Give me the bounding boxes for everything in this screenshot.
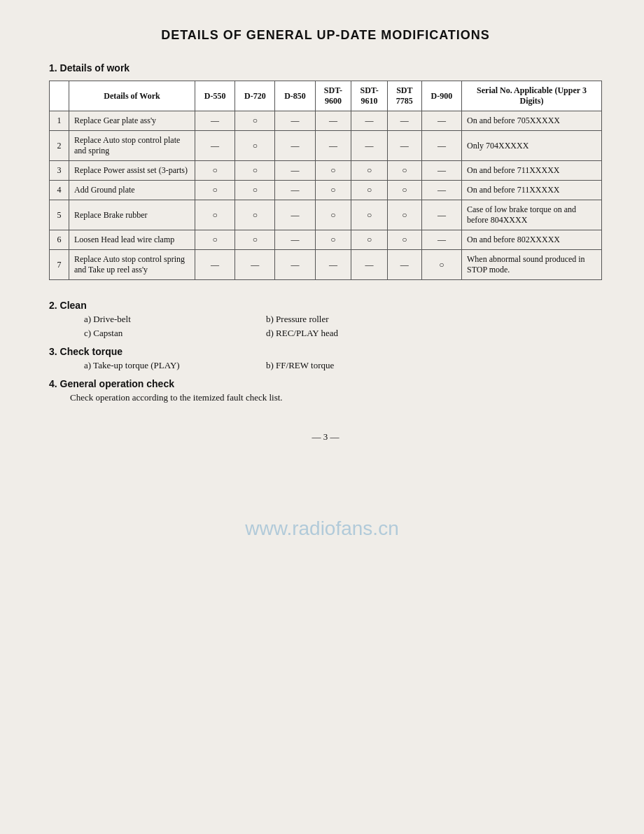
cell-d850: — (275, 250, 315, 280)
section1-heading: 1. Details of work (49, 62, 602, 74)
col-d900: D-900 (421, 81, 461, 111)
section2-item-c: c) Capstan (84, 328, 238, 339)
section3-heading: 3. Check torque (49, 346, 602, 357)
cell-num: 7 (50, 250, 69, 280)
cell-sdt7785: ○ (387, 230, 421, 250)
cell-sdt7785: ○ (387, 161, 421, 181)
section2-item-d: d) REC/PLAY head (266, 328, 420, 339)
page-number: — 3 — (49, 431, 602, 443)
cell-sdt9600: — (315, 250, 351, 280)
section3-check-torque: 3. Check torque a) Take-up torque (PLAY)… (49, 346, 602, 371)
cell-serial: When abnormal sound produced in STOP mod… (462, 250, 602, 280)
section2-item-b: b) Pressure roller (266, 314, 420, 325)
cell-sdt9600: ○ (315, 161, 351, 181)
cell-work: Replace Auto stop control plate and spri… (69, 131, 195, 161)
cell-d550: ○ (195, 181, 235, 200)
table-row: 3Replace Power assist set (3-parts)○○—○○… (50, 161, 602, 181)
cell-sdt9610: ○ (351, 230, 388, 250)
section3-item-a: a) Take-up torque (PLAY) (84, 360, 238, 371)
cell-d900: — (421, 131, 461, 161)
cell-sdt7785: ○ (387, 200, 421, 230)
cell-d850: — (275, 200, 315, 230)
cell-d720: — (235, 250, 275, 280)
table-row: 5Replace Brake rubber○○—○○○—Case of low … (50, 200, 602, 230)
cell-d720: ○ (235, 200, 275, 230)
cell-d850: — (275, 161, 315, 181)
table-row: 1Replace Gear plate ass'y—○—————On and b… (50, 111, 602, 131)
cell-sdt7785: — (387, 111, 421, 131)
cell-serial: On and before 711XXXXX (462, 161, 602, 181)
cell-work: Replace Brake rubber (69, 200, 195, 230)
cell-d900: — (421, 111, 461, 131)
cell-num: 5 (50, 200, 69, 230)
section4-heading: 4. General operation check (49, 378, 602, 389)
cell-d900: — (421, 200, 461, 230)
col-d720: D-720 (235, 81, 275, 111)
page-title: DETAILS OF GENERAL UP-DATE MODIFICATIONS (49, 28, 602, 43)
cell-serial: Case of low brake torque on and before 8… (462, 200, 602, 230)
cell-sdt9600: ○ (315, 200, 351, 230)
cell-d550: — (195, 131, 235, 161)
section3-row1: a) Take-up torque (PLAY) b) FF/REW torqu… (84, 360, 602, 371)
cell-d720: ○ (235, 161, 275, 181)
cell-sdt9600: ○ (315, 230, 351, 250)
section3-item-b: b) FF/REW torque (266, 360, 420, 371)
cell-sdt9600: ○ (315, 181, 351, 200)
cell-sdt9600: — (315, 131, 351, 161)
cell-serial: On and before 711XXXXX (462, 181, 602, 200)
cell-d850: — (275, 131, 315, 161)
cell-sdt9600: — (315, 111, 351, 131)
cell-d720: ○ (235, 230, 275, 250)
cell-sdt9610: ○ (351, 181, 388, 200)
cell-sdt9610: — (351, 250, 388, 280)
col-sdt9600: SDT-9600 (315, 81, 351, 111)
cell-num: 4 (50, 181, 69, 200)
table-row: 4Add Ground plate○○—○○○—On and before 71… (50, 181, 602, 200)
cell-num: 1 (50, 111, 69, 131)
cell-sdt9610: — (351, 131, 388, 161)
cell-d550: ○ (195, 230, 235, 250)
cell-serial: On and before 802XXXXX (462, 230, 602, 250)
cell-sdt9610: ○ (351, 200, 388, 230)
cell-d900: — (421, 230, 461, 250)
table-row: 7Replace Auto stop control spring and Ta… (50, 250, 602, 280)
section4-body: Check operation according to the itemize… (70, 392, 602, 403)
section1: 1. Details of work Details of Work D-550… (49, 62, 602, 280)
cell-d850: — (275, 181, 315, 200)
cell-d900: — (421, 161, 461, 181)
cell-num: 3 (50, 161, 69, 181)
table-row: 6Loosen Head lead wire clamp○○—○○○—On an… (50, 230, 602, 250)
cell-d720: ○ (235, 181, 275, 200)
cell-sdt7785: — (387, 250, 421, 280)
cell-d850: — (275, 111, 315, 131)
cell-sdt7785: — (387, 131, 421, 161)
cell-work: Replace Gear plate ass'y (69, 111, 195, 131)
section2-row1: a) Drive-belt b) Pressure roller (84, 314, 602, 325)
col-sdt7785: SDT7785 (387, 81, 421, 111)
cell-d720: ○ (235, 131, 275, 161)
cell-work: Replace Power assist set (3-parts) (69, 161, 195, 181)
cell-d720: ○ (235, 111, 275, 131)
section2-clean: 2. Clean a) Drive-belt b) Pressure rolle… (49, 300, 602, 339)
modifications-table: Details of Work D-550 D-720 D-850 SDT-96… (49, 81, 602, 280)
table-row: 2Replace Auto stop control plate and spr… (50, 131, 602, 161)
col-work: Details of Work (69, 81, 195, 111)
cell-work: Loosen Head lead wire clamp (69, 230, 195, 250)
cell-d550: — (195, 111, 235, 131)
cell-d550: ○ (195, 161, 235, 181)
section2-heading: 2. Clean (49, 300, 602, 311)
cell-work: Replace Auto stop control spring and Tak… (69, 250, 195, 280)
cell-sdt7785: ○ (387, 181, 421, 200)
col-d850: D-850 (275, 81, 315, 111)
cell-sdt9610: — (351, 111, 388, 131)
cell-sdt9610: ○ (351, 161, 388, 181)
cell-d850: — (275, 230, 315, 250)
col-d550: D-550 (195, 81, 235, 111)
watermark: www.radiofans.cn (245, 517, 398, 540)
col-serial: Serial No. Applicable (Upper 3 Digits) (462, 81, 602, 111)
cell-serial: On and before 705XXXXX (462, 111, 602, 131)
col-num (50, 81, 69, 111)
cell-d550: ○ (195, 200, 235, 230)
cell-d900: — (421, 181, 461, 200)
section4-general-op: 4. General operation check Check operati… (49, 378, 602, 403)
